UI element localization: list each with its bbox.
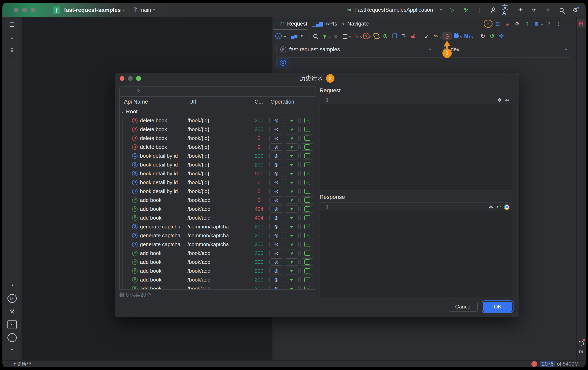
power-icon[interactable]: ↺ [487, 32, 497, 40]
response-button[interactable]: ⋯ [300, 267, 314, 274]
send-button[interactable]: ➤ [285, 143, 299, 151]
plugin-puzzle-icon[interactable]: ✜ [497, 32, 506, 40]
horizontal-splitter[interactable] [22, 318, 272, 318]
tree-root-row[interactable]: ˅ Root [120, 107, 316, 116]
history-row[interactable]: Padd book /book/add 200 ◎ ➤ ⋯ [120, 266, 316, 275]
send-button[interactable]: ➤ [285, 276, 299, 283]
history-row[interactable]: Padd book /book/add 200 ◎ ➤ ⋯ [120, 258, 316, 266]
response-button[interactable]: ⋯ [300, 214, 314, 221]
send-button[interactable]: ➤ [285, 170, 299, 177]
branch-widget[interactable]: main [139, 7, 151, 13]
upgrade-icon[interactable]: ↑ [484, 20, 493, 28]
response-button[interactable]: ⋯ [300, 152, 314, 160]
markdown-export-icon[interactable]: M↓ [463, 32, 472, 40]
settings-gear-icon[interactable]: ⚙ [571, 6, 580, 14]
send-button[interactable]: ➤ [285, 188, 299, 195]
locate-button[interactable]: ◎ [269, 258, 283, 266]
open-in-browser-chrome-icon[interactable] [504, 204, 509, 210]
more-kebab-icon[interactable]: ⋮ [554, 20, 563, 28]
send-button[interactable]: ➤ [285, 205, 299, 212]
endpoints-icon[interactable]: ◔ [8, 281, 17, 290]
url-input[interactable] [289, 58, 571, 68]
layers-icon-chevron[interactable]: ˅ [541, 23, 543, 27]
locate-button[interactable]: ◎ [269, 188, 283, 195]
project-chevron-icon[interactable]: ˅ [122, 8, 125, 12]
response-button[interactable]: ⋯ [300, 161, 314, 168]
settings-sliders-icon[interactable]: ≑ [282, 33, 288, 39]
navigate-target-icon[interactable]: ⌖ [297, 32, 307, 40]
response-button[interactable]: ⋯ [300, 241, 314, 248]
project-select-chevron-icon[interactable]: ˅ [429, 47, 431, 52]
locate-button[interactable]: ◎ [269, 143, 283, 151]
history-row[interactable]: Padd book /book/add 0 ◎ ➤ ⋯ [120, 196, 316, 204]
kebab-menu-icon[interactable]: ⋮ [475, 6, 484, 14]
api-doc-pen-icon[interactable]: ✎ [363, 33, 369, 39]
response-button[interactable]: ⋯ [300, 135, 314, 142]
locate-button[interactable]: ◎ [269, 196, 283, 204]
run-config-selector[interactable]: FastRequestSamplesApplication [354, 7, 433, 13]
locate-button[interactable]: ◎ [269, 250, 283, 257]
request-editor[interactable]: 1 ✲ ↩ [320, 96, 512, 190]
send-button[interactable]: ➤ [285, 179, 299, 186]
locate-button[interactable]: ◎ [269, 232, 283, 239]
dialog-close-icon[interactable] [120, 76, 125, 81]
locate-button[interactable]: ◎ [269, 170, 283, 177]
history-row[interactable]: Padd book /book/add 200 ◎ ➤ ⋯ [120, 284, 316, 290]
locate-button[interactable]: ◎ [269, 205, 283, 212]
history-row[interactable]: Ggenerate captcha /common/kaptcha 200 ◎ … [120, 222, 316, 231]
locate-button[interactable]: ◎ [269, 241, 283, 248]
reformat-wand-icon[interactable]: ✲ [489, 204, 493, 210]
ai-send-icon[interactable]: ✈ [516, 6, 525, 14]
config-hexagon-icon[interactable]: • [275, 33, 282, 39]
response-button[interactable]: ⋯ [300, 126, 314, 133]
column-operation[interactable]: Operation [267, 97, 316, 107]
history-row[interactable]: Gbook detail by id /book/{id} 500 ◎ ➤ ⋯ [120, 169, 316, 178]
column-code[interactable]: C... [251, 97, 267, 107]
copy-icon[interactable]: ❐ [390, 32, 399, 40]
tab-apis[interactable]: ▁▄▆APIs [310, 17, 339, 30]
layers-icon[interactable]: ≣ [532, 20, 541, 28]
debug-icon[interactable]: ❉ [461, 6, 470, 14]
send-button[interactable]: ➤ [285, 214, 299, 221]
redo-icon[interactable]: ↷ [399, 32, 409, 40]
send-button[interactable]: ➤ [285, 232, 299, 239]
reformat-wand-icon[interactable]: ✲ [497, 97, 502, 103]
history-row[interactable]: Padd book /book/add 404 ◎ ➤ ⋯ [120, 204, 316, 213]
history-row[interactable]: Padd book /book/add 200 ◎ ➤ ⋯ [120, 275, 316, 284]
translate-icon[interactable]: 文A [502, 6, 512, 14]
soft-wrap-icon[interactable]: ↩ [505, 97, 509, 103]
tab-request[interactable]: ☖Request [278, 17, 310, 30]
send-button[interactable]: ➤ [285, 223, 299, 230]
locate-button[interactable]: ◎ [269, 152, 283, 160]
ai-disabled-icon[interactable]: ✈ [543, 6, 553, 14]
history-row[interactable]: Gbook detail by id /book/{id} 200 ◎ ➤ ⋯ [120, 160, 316, 169]
sync-icon[interactable]: ↻ [478, 32, 487, 40]
response-button[interactable]: ⋯ [300, 232, 314, 239]
history-row[interactable]: Padd book /book/add 404 ◎ ➤ ⋯ [120, 213, 316, 222]
ok-button[interactable]: OK [483, 302, 512, 312]
response-button[interactable]: ⋯ [300, 223, 314, 230]
send-button[interactable]: ➤ [285, 241, 299, 248]
response-button[interactable]: ⋯ [300, 143, 314, 151]
project-widget[interactable]: fast-request-samples [64, 7, 121, 13]
save-icon[interactable]: ▤ [340, 32, 350, 40]
method-badge[interactable]: G [277, 58, 289, 68]
dialog-minimize-icon[interactable] [128, 76, 133, 81]
send-request-icon[interactable]: ➤ [320, 32, 329, 40]
env-select-chevron-icon[interactable]: ˅ [565, 47, 567, 52]
send-button[interactable]: ➤ [285, 126, 299, 133]
fast-request-plugin-logo[interactable]: R [577, 19, 586, 28]
tv-icon[interactable]: ⊡ [493, 20, 502, 28]
response-button[interactable]: ⋯ [300, 188, 314, 195]
history-row[interactable]: Gbook detail by id /book/{id} 0 ◎ ➤ ⋯ [120, 178, 316, 187]
problems-icon[interactable]: ! [8, 333, 17, 342]
locate-button[interactable]: ◎ [269, 161, 283, 168]
close-window-icon[interactable] [14, 8, 19, 12]
response-button[interactable]: ⋯ [300, 276, 314, 283]
project-folder-icon[interactable]: ❏ [8, 20, 17, 29]
structure-icon[interactable]: ⠿ [8, 46, 17, 55]
locate-button[interactable]: ◎ [269, 117, 283, 124]
toggle-env-icon[interactable] [371, 32, 381, 40]
response-editor[interactable]: 1 ✲ ↩ [320, 202, 512, 297]
hide-icon[interactable]: — [564, 20, 573, 28]
